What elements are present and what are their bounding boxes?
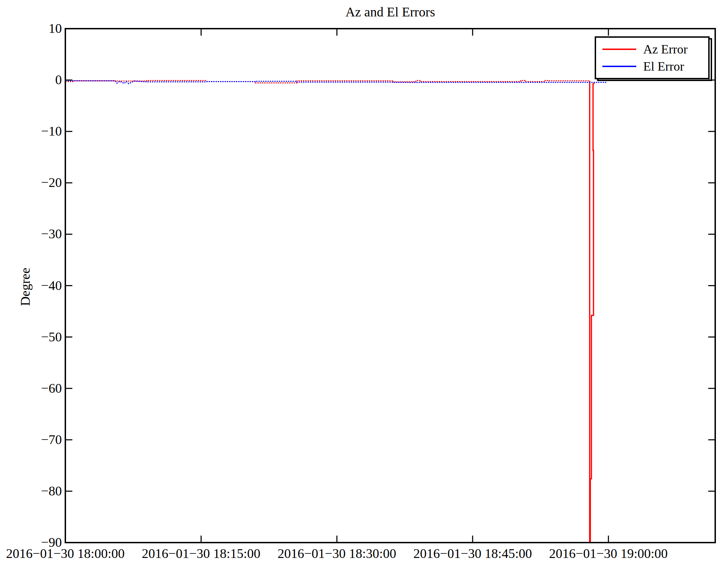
x-tick-label: 2016−01−30 18:00:00 xyxy=(6,546,124,561)
legend-line-sample xyxy=(602,66,636,67)
y-tick-label: −50 xyxy=(0,329,62,344)
y-tick-label: 0 xyxy=(0,72,62,87)
y-tick-label: −70 xyxy=(0,432,62,447)
legend-line-sample xyxy=(602,49,636,50)
y-tick-label: −20 xyxy=(0,175,62,190)
y-tick-label: −10 xyxy=(0,123,62,139)
x-tick-label: 2016−01−30 18:30:00 xyxy=(277,546,396,561)
legend-entry-el-error: El Error xyxy=(596,59,708,74)
x-tick-label: 2016−01−30 18:15:00 xyxy=(142,546,260,561)
y-tick-label: −60 xyxy=(0,380,62,396)
x-tick-label: 2016−01−30 18:45:00 xyxy=(413,546,532,561)
az-error-line-spike xyxy=(590,81,595,543)
legend-entry-az-error: Az Error xyxy=(596,42,708,57)
plot-canvas xyxy=(0,0,725,588)
legend: Az ErrorEl Error xyxy=(595,36,710,79)
y-tick-label: −80 xyxy=(0,483,62,499)
x-tick-label: 2016−01−30 19:00:00 xyxy=(549,546,668,561)
y-tick-label: −40 xyxy=(0,278,62,293)
legend-label: Az Error xyxy=(643,42,688,57)
y-tick-label: −30 xyxy=(0,226,62,242)
y-tick-label: 10 xyxy=(0,21,62,36)
legend-label: El Error xyxy=(643,59,684,74)
figure: Az and El Errors Degree 100−10−20−30−40−… xyxy=(0,0,725,588)
axis-box xyxy=(65,29,715,543)
